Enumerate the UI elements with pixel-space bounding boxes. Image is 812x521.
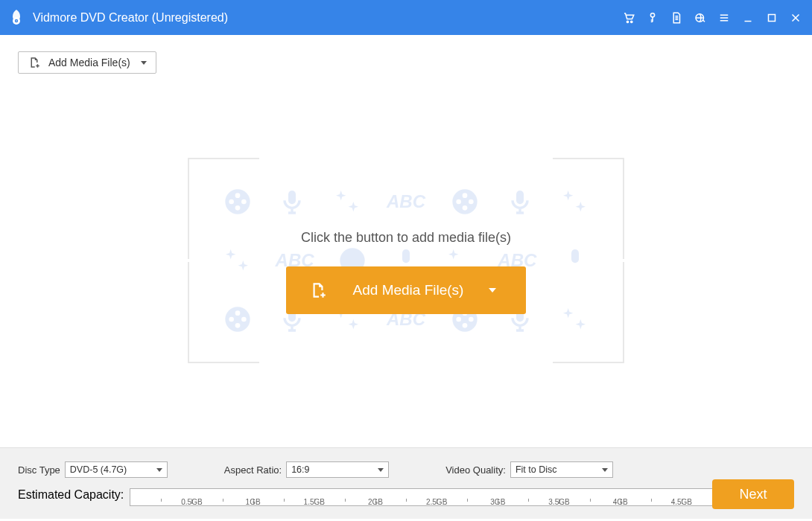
svg-point-17	[469, 199, 474, 205]
svg-rect-13	[288, 191, 296, 204]
aspect-ratio-label: Aspect Ratio:	[224, 464, 282, 476]
capacity-minor-tick	[406, 499, 407, 502]
capacity-minor-tick	[467, 499, 468, 502]
toolbar: Add Media File(s)	[0, 35, 812, 74]
title-bar: Vidmore DVD Creator (Unregistered)	[0, 0, 812, 35]
capacity-minor-tick	[651, 499, 652, 502]
key-icon[interactable]	[644, 9, 662, 27]
close-icon[interactable]	[787, 9, 805, 27]
capacity-tick-label: 1.5GB	[304, 498, 325, 506]
document-icon[interactable]	[667, 9, 685, 27]
app-logo-icon	[7, 9, 25, 27]
svg-point-5	[650, 13, 654, 16]
maximize-icon[interactable]	[763, 9, 781, 27]
chevron-down-icon	[378, 468, 384, 472]
estimated-capacity-label: Estimated Capacity:	[18, 488, 124, 502]
add-media-main-label: Add Media File(s)	[353, 282, 464, 298]
titlebar-icons	[620, 9, 805, 27]
capacity-minor-tick	[284, 499, 285, 502]
window-title: Vidmore DVD Creator (Unregistered)	[33, 11, 620, 25]
svg-rect-21	[402, 249, 410, 263]
cart-icon[interactable]	[620, 9, 638, 27]
corner-decor	[553, 158, 624, 259]
capacity-tick-label: 0.5GB	[181, 498, 202, 506]
svg-point-32	[469, 316, 474, 322]
capacity-minor-tick	[345, 499, 346, 502]
svg-point-14	[453, 190, 478, 214]
next-label: Next	[739, 487, 767, 502]
mic-icon	[277, 187, 307, 217]
add-media-files-main-button[interactable]: Add Media File(s)	[286, 266, 527, 314]
svg-point-15	[463, 194, 468, 199]
disc-type-select[interactable]: DVD-5 (4.7G)	[65, 461, 168, 478]
capacity-minor-tick	[161, 499, 162, 502]
corner-decor	[188, 262, 259, 363]
svg-point-3	[627, 21, 628, 22]
capacity-minor-tick	[590, 499, 591, 502]
svg-point-33	[463, 323, 468, 328]
add-media-files-label: Add Media File(s)	[48, 57, 130, 68]
drop-box: ABC ABC ABC ABC	[188, 158, 624, 363]
next-button[interactable]: Next	[712, 479, 794, 509]
capacity-tick-label: 2GB	[368, 498, 383, 506]
hint-text: Click the button to add media file(s)	[301, 230, 511, 246]
chevron-down-icon	[489, 288, 496, 293]
video-reel-icon	[450, 187, 480, 217]
stars-icon	[332, 187, 362, 217]
svg-point-18	[463, 205, 468, 211]
menu-icon[interactable]	[715, 9, 733, 27]
chevron-down-icon	[156, 468, 162, 472]
main-area: ABC ABC ABC ABC	[0, 74, 812, 447]
capacity-tick-label: 3GB	[490, 498, 505, 506]
add-file-icon	[28, 56, 41, 69]
capacity-bar: 0.5GB1GB1.5GB2GB2.5GB3GB3.5GB4GB4.5GB	[130, 488, 743, 506]
disc-type-value: DVD-5 (4.7G)	[70, 464, 127, 475]
svg-point-4	[631, 21, 632, 22]
capacity-tick-label: 3.5GB	[548, 498, 569, 506]
minimize-icon[interactable]	[739, 9, 757, 27]
globe-icon[interactable]	[691, 9, 709, 27]
svg-rect-19	[516, 191, 524, 204]
mic-icon	[505, 187, 535, 217]
svg-point-2	[16, 20, 17, 22]
corner-decor	[553, 262, 624, 363]
chevron-down-icon	[141, 61, 147, 65]
video-quality-value: Fit to Disc	[516, 464, 557, 475]
svg-point-31	[457, 316, 462, 322]
svg-point-16	[457, 199, 462, 205]
capacity-tick-label: 2.5GB	[426, 498, 447, 506]
aspect-ratio-select[interactable]: 16:9	[286, 461, 389, 478]
video-quality-select[interactable]: Fit to Disc	[510, 461, 613, 478]
capacity-tick-label: 1GB	[246, 498, 261, 506]
capacity-minor-tick	[528, 499, 529, 502]
abc-icon: ABC	[387, 191, 425, 212]
video-quality-label: Video Quality:	[445, 464, 506, 476]
svg-rect-7	[769, 14, 775, 21]
chevron-down-icon	[602, 468, 608, 472]
disc-type-label: Disc Type	[18, 464, 60, 476]
corner-decor	[188, 158, 259, 259]
aspect-ratio-value: 16:9	[291, 464, 309, 475]
capacity-tick-label: 4.5GB	[671, 498, 692, 506]
add-file-icon	[308, 281, 328, 300]
capacity-tick-label: 4GB	[613, 498, 628, 506]
add-media-files-button[interactable]: Add Media File(s)	[18, 51, 156, 74]
bottom-bar: Disc Type DVD-5 (4.7G) Aspect Ratio: 16:…	[0, 447, 812, 519]
capacity-minor-tick	[223, 499, 223, 502]
